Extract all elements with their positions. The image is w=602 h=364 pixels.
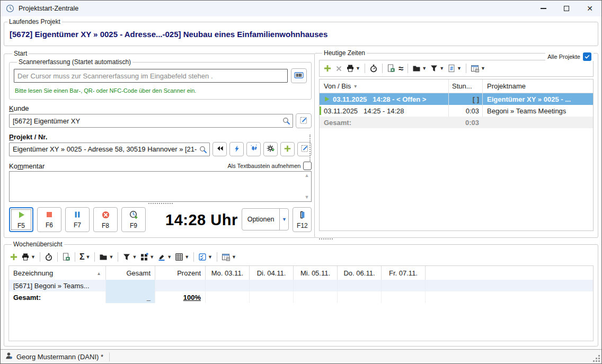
highlight-button[interactable]: ▼: [157, 253, 172, 261]
time-row-selected[interactable]: 03.11.2025 14:28 - < Offen > [ ] Eigentü…: [320, 93, 593, 105]
columns-button[interactable]: ▼: [471, 64, 485, 73]
cell-bezeichnung[interactable]: [5671] Begoni » Teams...: [9, 280, 106, 291]
kunde-field[interactable]: [9, 114, 293, 128]
day-cell[interactable]: [294, 280, 338, 291]
chevron-down-icon[interactable]: ▼: [439, 66, 444, 71]
column-header-di[interactable]: Di. 04.11.: [250, 266, 294, 280]
day-cell[interactable]: [382, 280, 426, 291]
day-cell[interactable]: [338, 280, 382, 291]
barcode-button[interactable]: [291, 68, 307, 83]
day-cell[interactable]: [294, 291, 338, 303]
column-header-stunden[interactable]: Stun...: [448, 79, 482, 93]
assistant-button[interactable]: [246, 142, 261, 156]
cancel-button-f8[interactable]: F8: [93, 207, 118, 232]
stop-button-f6[interactable]: F6: [37, 207, 61, 232]
excel-export-button[interactable]: [387, 64, 395, 73]
start-group: Start Scannererfassung (Startet automati…: [4, 50, 317, 238]
alle-projekte-checkbox[interactable]: [583, 52, 591, 61]
add-time-button-f9[interactable]: F9: [121, 207, 146, 232]
kommentar-resize-grip[interactable]: [148, 203, 173, 205]
chevron-down-icon[interactable]: ▼: [232, 255, 236, 260]
settings-button[interactable]: [263, 142, 278, 156]
rounding-button[interactable]: ≈: [399, 64, 403, 73]
scroll-up-icon[interactable]: ▲: [304, 173, 309, 178]
filter-button[interactable]: ▼: [430, 64, 444, 73]
projekt-input[interactable]: [10, 143, 209, 156]
minimize-button[interactable]: [532, 1, 555, 16]
column-header-gesamt[interactable]: Gesamt: [106, 266, 155, 280]
close-button[interactable]: ✕: [578, 1, 601, 16]
chevron-down-icon[interactable]: ▼: [208, 255, 213, 260]
add-project-button[interactable]: [280, 142, 295, 156]
day-cell[interactable]: [338, 291, 382, 303]
column-header-von-bis[interactable]: Von / Bis▾: [320, 79, 448, 93]
day-cell[interactable]: [206, 280, 250, 291]
day-cell[interactable]: [382, 291, 426, 303]
column-header-bezeichnung[interactable]: Bezeichnung▴: [9, 266, 106, 280]
checklist-button[interactable]: ▼: [198, 253, 213, 261]
delete-entry-button[interactable]: [335, 65, 343, 73]
vertical-splitter[interactable]: [309, 135, 311, 162]
optionen-button[interactable]: Optionen ▼: [242, 208, 289, 230]
resize-grip[interactable]: [594, 356, 600, 362]
filter-button[interactable]: ▼: [122, 253, 137, 261]
cell-stunden: [ ]: [448, 93, 482, 105]
group-button[interactable]: ▼: [140, 253, 154, 261]
numbering-button[interactable]: #▼: [447, 64, 462, 73]
cell-prozent[interactable]: [155, 280, 206, 291]
column-header-mi[interactable]: Mi. 05.11.: [294, 266, 338, 280]
scroll-down-icon[interactable]: ▼: [304, 195, 309, 200]
chevron-down-icon[interactable]: ▼: [184, 255, 189, 260]
timer-button[interactable]: [369, 64, 378, 73]
grid-button[interactable]: ▼: [175, 253, 189, 261]
timer-button[interactable]: [45, 253, 53, 261]
chevron-down-icon[interactable]: ▼: [109, 255, 113, 260]
textbaustein-checkbox[interactable]: [303, 162, 312, 170]
kommentar-textarea[interactable]: ▲ ▼: [9, 171, 312, 202]
folder-button[interactable]: ▼: [412, 64, 427, 73]
cell-gesamt[interactable]: [106, 280, 155, 291]
day-cell[interactable]: [250, 291, 294, 303]
chevron-down-icon[interactable]: ▼: [31, 255, 36, 260]
chevron-down-icon[interactable]: ▼: [422, 66, 427, 71]
start-button-f5[interactable]: F5: [9, 207, 33, 232]
folder-button[interactable]: ▼: [99, 253, 113, 261]
columns-button[interactable]: ▼: [222, 253, 236, 261]
pause-button-f7[interactable]: F7: [65, 207, 90, 232]
optionen-dropdown[interactable]: ▼: [279, 209, 288, 230]
add-entry-button[interactable]: [323, 64, 332, 73]
projekt-field[interactable]: [9, 143, 210, 156]
add-entry-button[interactable]: [10, 253, 18, 261]
column-header-mo[interactable]: Mo. 03.11.: [206, 266, 250, 280]
delete-icon: [335, 65, 343, 73]
scanner-input[interactable]: [14, 69, 288, 83]
kommentar-scrollbar[interactable]: ▲ ▼: [303, 172, 311, 201]
print-button[interactable]: ▼: [21, 253, 36, 261]
chevron-down-icon[interactable]: ▼: [132, 255, 137, 260]
exit-button-f12[interactable]: F12: [293, 207, 312, 232]
kunde-edit-button[interactable]: [296, 113, 312, 128]
maximize-button[interactable]: [555, 1, 578, 16]
kunde-input[interactable]: [10, 114, 293, 127]
chevron-down-icon[interactable]: ▼: [167, 255, 172, 260]
chevron-down-icon[interactable]: ▼: [86, 255, 91, 260]
column-header-do[interactable]: Do. 06.11.: [338, 266, 382, 280]
previous-project-button[interactable]: [213, 142, 227, 156]
horizontal-splitter[interactable]: [319, 238, 333, 240]
quick-start-button[interactable]: [229, 142, 244, 156]
column-header-projektname[interactable]: Projektname: [482, 79, 593, 93]
print-button[interactable]: ▼: [346, 64, 360, 73]
week-row[interactable]: [5671] Begoni » Teams...: [9, 280, 593, 291]
chevron-down-icon[interactable]: ▼: [149, 255, 154, 260]
day-cell[interactable]: [206, 291, 250, 303]
time-row[interactable]: 03.11.2025 14:25 - 14:28 0:03 Begoni » T…: [320, 105, 593, 117]
sum-button[interactable]: Σ▼: [79, 253, 91, 261]
chevron-down-icon[interactable]: ▼: [457, 66, 462, 71]
excel-export-button[interactable]: [62, 253, 70, 261]
column-header-prozent[interactable]: Prozent: [155, 266, 206, 280]
column-header-fr[interactable]: Fr. 07.11.: [382, 266, 426, 280]
day-cell[interactable]: [250, 280, 294, 291]
optionen-label[interactable]: Optionen: [242, 209, 280, 230]
chevron-down-icon[interactable]: ▼: [356, 66, 360, 71]
chevron-down-icon[interactable]: ▼: [481, 66, 485, 71]
